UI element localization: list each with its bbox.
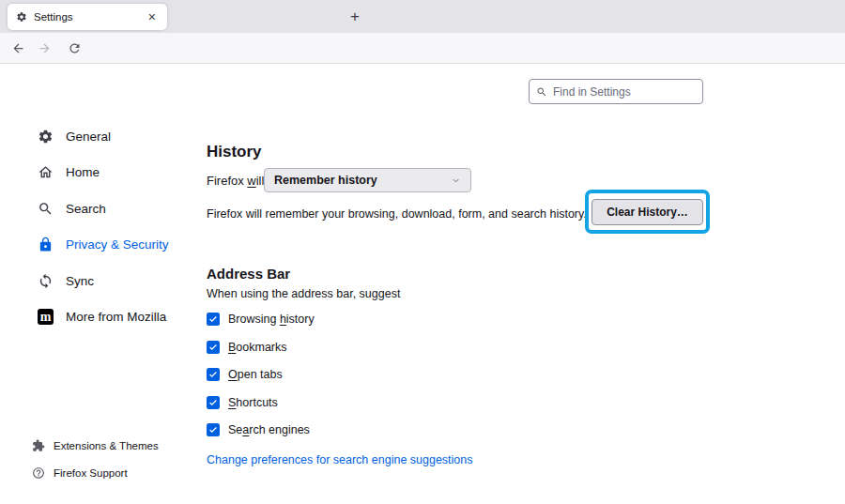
forward-button[interactable] xyxy=(32,36,56,60)
history-mode-dropdown[interactable]: Remember history xyxy=(264,168,471,192)
settings-page: General Home Search Privacy & Security S… xyxy=(0,64,845,504)
tab-title: Settings xyxy=(34,11,139,23)
chevron-down-icon xyxy=(451,176,461,186)
checkmark-icon xyxy=(207,423,220,436)
checkbox-search-engines[interactable]: Search engines xyxy=(207,423,310,436)
new-tab-button[interactable]: + xyxy=(344,6,366,28)
navigation-toolbar: Firefox about:preferences#privacy xyxy=(0,33,845,64)
checkmark-icon xyxy=(207,396,220,409)
checkbox-bookmarks[interactable]: Bookmarks xyxy=(207,341,287,354)
address-bar-section-title: Address Bar xyxy=(207,266,290,282)
history-mode-value: Remember history xyxy=(274,174,377,187)
search-suggestions-preferences-link[interactable]: Change preferences for search engine sug… xyxy=(207,453,473,466)
forward-arrow-icon xyxy=(38,41,52,55)
checkbox-shortcuts[interactable]: Shortcuts xyxy=(207,396,278,409)
tab-strip: Settings × + xyxy=(0,0,845,33)
reload-button[interactable] xyxy=(62,36,86,60)
back-arrow-icon xyxy=(11,41,25,55)
close-icon[interactable]: × xyxy=(146,9,159,24)
checkmark-icon xyxy=(207,368,220,381)
checkmark-icon xyxy=(207,341,220,354)
back-button[interactable] xyxy=(6,36,30,60)
annotation-highlight-box: Clear History… xyxy=(585,190,710,234)
checkbox-label: Bookmarks xyxy=(228,341,287,354)
clear-history-button[interactable]: Clear History… xyxy=(592,199,703,225)
checkbox-open-tabs[interactable]: Open tabs xyxy=(207,368,283,381)
checkbox-label: Open tabs xyxy=(228,368,283,381)
history-description: Firefox will remember your browsing, dow… xyxy=(207,207,587,221)
gear-icon xyxy=(16,11,27,23)
tab-settings[interactable]: Settings × xyxy=(8,4,167,30)
firefox-will-label: Firefox will xyxy=(207,174,264,188)
checkbox-label: Browsing history xyxy=(228,313,315,326)
checkbox-label: Shortcuts xyxy=(228,396,278,409)
reload-icon xyxy=(68,41,82,55)
firefox-window: Settings × + Firefox about:preferences#p… xyxy=(0,0,845,504)
history-section-title: History xyxy=(207,143,262,161)
checkbox-browsing-history[interactable]: Browsing history xyxy=(207,313,315,326)
address-bar-subtitle: When using the address bar, suggest xyxy=(207,287,400,300)
privacy-panel: History Firefox will Remember history Fi… xyxy=(0,64,845,504)
checkmark-icon xyxy=(207,313,220,326)
checkbox-label: Search engines xyxy=(228,423,310,436)
